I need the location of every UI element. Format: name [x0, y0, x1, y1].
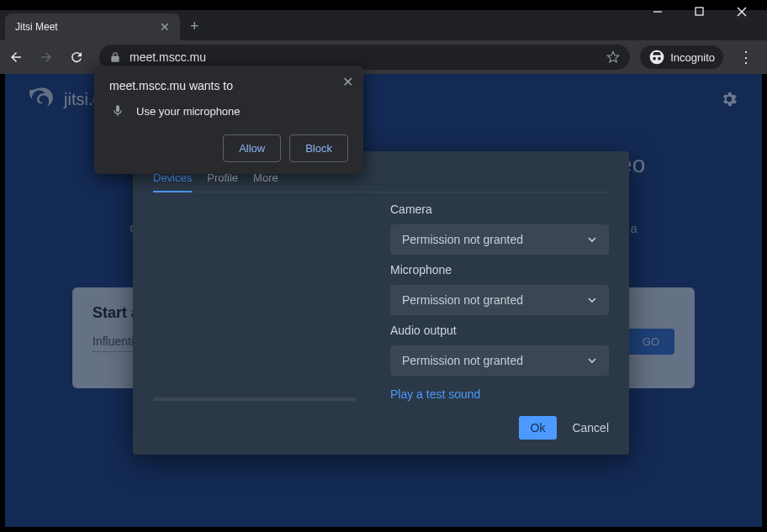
close-icon[interactable]: ✕	[342, 74, 353, 90]
audio-output-value: Permission not granted	[402, 354, 523, 367]
microphone-value: Permission not granted	[402, 293, 523, 307]
audio-output-label: Audio output	[390, 324, 609, 337]
incognito-icon	[648, 49, 665, 66]
microphone-icon	[111, 104, 124, 118]
browser-menu-button[interactable]: ⋮	[733, 48, 759, 66]
back-button[interactable]	[8, 50, 29, 65]
minimize-button[interactable]	[653, 7, 674, 17]
chevron-down-icon	[587, 356, 597, 366]
svg-point-6	[658, 57, 661, 61]
permission-item-text: Use your microphone	[136, 105, 241, 118]
camera-dropdown[interactable]: Permission not granted	[390, 224, 609, 255]
forward-button[interactable]	[39, 50, 59, 65]
browser-tab[interactable]: Jitsi Meet ✕	[5, 13, 180, 40]
permission-prompt-text: meet.mscc.mu wants to	[109, 79, 348, 92]
chevron-down-icon	[587, 295, 597, 305]
close-tab-icon[interactable]: ✕	[160, 20, 170, 34]
ok-button[interactable]: Ok	[519, 416, 558, 440]
play-test-sound-link[interactable]: Play a test sound	[390, 387, 609, 401]
microphone-label: Microphone	[390, 263, 609, 277]
camera-value: Permission not granted	[402, 233, 523, 246]
permission-popup: ✕ meet.mscc.mu wants to Use your microph…	[94, 66, 363, 174]
audio-output-dropdown[interactable]: Permission not granted	[390, 345, 609, 376]
new-tab-button[interactable]: +	[190, 18, 199, 40]
settings-modal: Devices Profile More Camera Permission n…	[133, 151, 629, 455]
star-icon[interactable]	[606, 50, 620, 64]
block-button[interactable]: Block	[289, 134, 348, 162]
url-text: meet.mscc.mu	[130, 50, 598, 64]
window-controls	[653, 7, 759, 17]
maximize-button[interactable]	[695, 7, 717, 17]
allow-button[interactable]: Allow	[223, 134, 281, 162]
lock-icon	[109, 51, 121, 63]
chevron-down-icon	[587, 234, 597, 245]
svg-point-5	[653, 57, 656, 61]
microphone-dropdown[interactable]: Permission not granted	[390, 285, 609, 315]
close-window-button[interactable]	[737, 7, 759, 17]
mic-level-slider	[153, 398, 357, 401]
incognito-label: Incognito	[670, 51, 715, 64]
video-preview-pane	[153, 203, 365, 401]
reload-button[interactable]	[69, 50, 89, 65]
camera-label: Camera	[390, 203, 609, 216]
cancel-button[interactable]: Cancel	[572, 421, 609, 435]
svg-rect-1	[696, 8, 703, 15]
incognito-badge: Incognito	[640, 45, 723, 69]
tab-title: Jitsi Meet	[15, 21, 153, 33]
